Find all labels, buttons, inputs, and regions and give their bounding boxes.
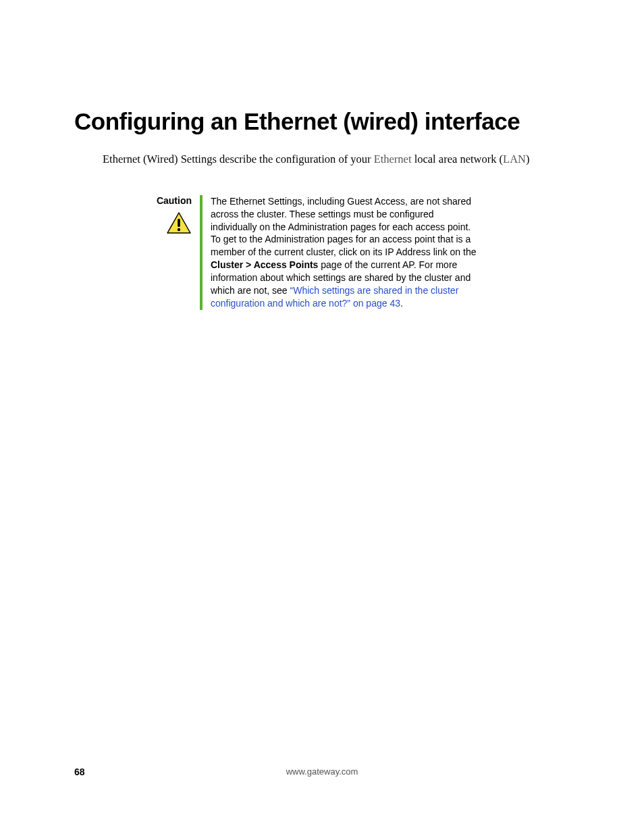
- caution-divider: [200, 195, 203, 310]
- ethernet-glossary-link[interactable]: Ethernet: [374, 153, 412, 165]
- document-page: Configuring an Ethernet (wired) interfac…: [0, 0, 644, 310]
- intro-paragraph: Ethernet (Wired) Settings describe the c…: [103, 151, 570, 168]
- footer-url: www.gateway.com: [0, 766, 644, 777]
- caution-text-1: The Ethernet Settings, including Guest A…: [211, 196, 476, 258]
- caution-label: Caution: [142, 195, 192, 206]
- intro-text-2: local area network (: [412, 153, 504, 165]
- intro-text-1: Ethernet (Wired) Settings describe the c…: [103, 153, 374, 165]
- caution-text-3: .: [400, 298, 403, 309]
- caution-icon: [166, 211, 192, 237]
- caution-left-column: Caution: [142, 195, 200, 310]
- caution-block: Caution The Ethernet Settings, including…: [142, 195, 482, 310]
- lan-glossary-link[interactable]: LAN: [503, 153, 526, 165]
- page-heading: Configuring an Ethernet (wired) interfac…: [74, 108, 570, 135]
- intro-text-3: ): [526, 153, 530, 165]
- svg-rect-1: [178, 219, 180, 227]
- caution-body: The Ethernet Settings, including Guest A…: [211, 195, 482, 310]
- caution-bold-path: Cluster > Access Points: [211, 259, 318, 270]
- svg-point-2: [178, 228, 180, 231]
